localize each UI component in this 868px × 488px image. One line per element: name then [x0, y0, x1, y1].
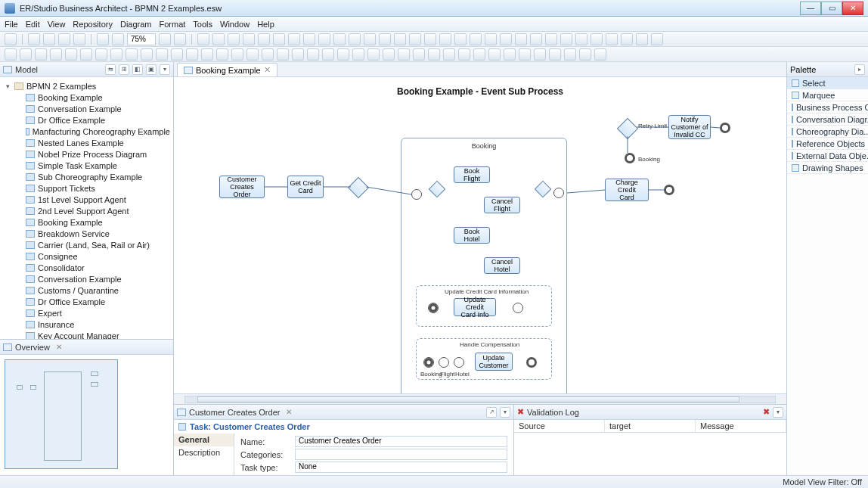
menu-help[interactable]: Help: [257, 20, 274, 29]
tool-btn[interactable]: [262, 48, 274, 61]
task-cancel-hotel[interactable]: Cancel Hotel: [484, 257, 520, 274]
vlog-col-message[interactable]: Message: [696, 420, 786, 432]
tool-btn[interactable]: [485, 33, 497, 45]
task-book-hotel[interactable]: Book Hotel: [454, 227, 490, 244]
tool-btn[interactable]: [318, 33, 330, 45]
tool-btn[interactable]: [564, 48, 576, 61]
end-event[interactable]: [720, 123, 730, 133]
tool-btn[interactable]: [470, 33, 482, 45]
tool-btn[interactable]: [428, 48, 440, 61]
tool-btn[interactable]: [549, 48, 561, 61]
diagram-canvas[interactable]: Booking Example - Event Sub Process Cust…: [174, 77, 786, 393]
task-customer-creates-order[interactable]: Customer Creates Order: [219, 176, 265, 198]
tool-btn[interactable]: [197, 33, 209, 45]
tool-btn[interactable]: [171, 48, 183, 61]
palette-item[interactable]: Reference Objects: [787, 138, 868, 150]
tool-btn[interactable]: [307, 48, 319, 61]
tool-btn[interactable]: [216, 48, 228, 61]
panel-btn[interactable]: ◧: [132, 64, 143, 75]
props-side-general[interactable]: General: [174, 434, 234, 446]
tool-btn[interactable]: [156, 48, 168, 61]
model-tree[interactable]: ▾BPMN 2 Examples Booking ExampleConversa…: [0, 77, 173, 339]
tool-btn[interactable]: [201, 48, 213, 61]
editor-tab[interactable]: Booking Example ✕: [177, 63, 277, 76]
panel-btn[interactable]: ▾: [773, 407, 783, 418]
minimize-button[interactable]: —: [800, 2, 821, 15]
tool-btn[interactable]: [288, 33, 300, 45]
tool-btn[interactable]: [409, 33, 421, 45]
tree-item[interactable]: Insurance: [3, 319, 170, 330]
tree-item[interactable]: Breakdown Service: [3, 228, 170, 239]
tree-item[interactable]: Consolidator: [3, 262, 170, 273]
tool-btn[interactable]: [545, 33, 557, 45]
tool-btn[interactable]: [636, 33, 648, 45]
tool-btn[interactable]: [379, 33, 391, 45]
tree-item[interactable]: Sub Choreography Example: [3, 171, 170, 182]
tree-item[interactable]: Booking Example: [3, 216, 170, 228]
tool-btn[interactable]: [621, 33, 633, 45]
tool-btn[interactable]: [364, 33, 376, 45]
palette-item[interactable]: External Data Obje...: [787, 150, 868, 162]
props-tab[interactable]: Customer Creates Order: [189, 408, 280, 417]
prop-value-name[interactable]: Customer Creates Order: [295, 436, 507, 447]
tree-item[interactable]: Dr Office Example: [3, 296, 170, 307]
tool-btn[interactable]: [80, 48, 92, 61]
task-charge-credit-card[interactable]: Charge Credit Card: [605, 179, 649, 201]
tool-btn[interactable]: [606, 33, 618, 45]
tool-btn[interactable]: [424, 33, 436, 45]
palette-item[interactable]: Conversation Diagr...: [787, 113, 868, 126]
tool-btn[interactable]: [458, 48, 470, 61]
menu-tools[interactable]: Tools: [193, 20, 212, 29]
tool-btn[interactable]: [394, 33, 406, 45]
tool-btn[interactable]: [349, 33, 361, 45]
palette-item[interactable]: Drawing Shapes: [787, 162, 868, 174]
tool-btn[interactable]: [112, 33, 124, 45]
tool-btn[interactable]: [43, 33, 55, 45]
panel-btn[interactable]: ⇆: [105, 64, 116, 75]
tree-item[interactable]: Dr Office Example: [3, 114, 170, 126]
prop-value-categories[interactable]: [295, 449, 507, 460]
tool-btn[interactable]: [5, 48, 17, 61]
tool-btn[interactable]: [95, 48, 107, 61]
tool-btn[interactable]: [58, 33, 70, 45]
end-event[interactable]: [526, 357, 537, 368]
tool-btn[interactable]: [273, 33, 285, 45]
menu-file[interactable]: File: [5, 20, 18, 29]
panel-btn[interactable]: ▣: [146, 64, 157, 75]
menu-window[interactable]: Window: [220, 20, 250, 29]
tool-btn[interactable]: [504, 48, 516, 61]
tool-btn[interactable]: [159, 33, 171, 45]
vlog-col-source[interactable]: Source: [514, 420, 605, 432]
tool-btn[interactable]: [337, 48, 349, 61]
overview-thumbnail[interactable]: [0, 355, 173, 475]
close-icon[interactable]: ✕: [56, 343, 62, 351]
task-cancel-flight[interactable]: Cancel Flight: [484, 197, 520, 213]
tool-btn[interactable]: [367, 48, 380, 61]
palette-item[interactable]: Choreography Dia...: [787, 126, 868, 138]
tool-btn[interactable]: [519, 48, 531, 61]
tool-btn[interactable]: [398, 48, 410, 61]
tool-btn[interactable]: [292, 48, 304, 61]
task-update-cc-info[interactable]: Update Credit Card Info: [454, 298, 496, 316]
tool-btn[interactable]: [575, 33, 587, 45]
intermediate-event[interactable]: [625, 153, 635, 163]
menu-repository[interactable]: Repository: [73, 20, 113, 29]
maximize-button[interactable]: ▭: [821, 2, 842, 15]
horizontal-scrollbar[interactable]: [174, 393, 786, 404]
intermediate-event[interactable]: [439, 357, 449, 368]
tool-btn[interactable]: [443, 48, 455, 61]
tree-item[interactable]: Manfacturing Choreography Example: [3, 126, 170, 137]
tool-btn[interactable]: [228, 33, 240, 45]
menu-diagram[interactable]: Diagram: [120, 20, 152, 29]
tool-btn[interactable]: [65, 48, 77, 61]
tree-item[interactable]: Expert: [3, 307, 170, 319]
close-icon[interactable]: ✕: [264, 65, 271, 75]
panel-btn[interactable]: ▾: [160, 64, 170, 75]
tool-btn[interactable]: [212, 33, 225, 45]
tool-btn[interactable]: [186, 48, 198, 61]
tool-btn[interactable]: [488, 48, 501, 61]
tool-btn[interactable]: [591, 33, 603, 45]
menu-edit[interactable]: Edit: [26, 20, 40, 29]
tool-btn[interactable]: [258, 33, 270, 45]
tool-btn[interactable]: [439, 33, 451, 45]
